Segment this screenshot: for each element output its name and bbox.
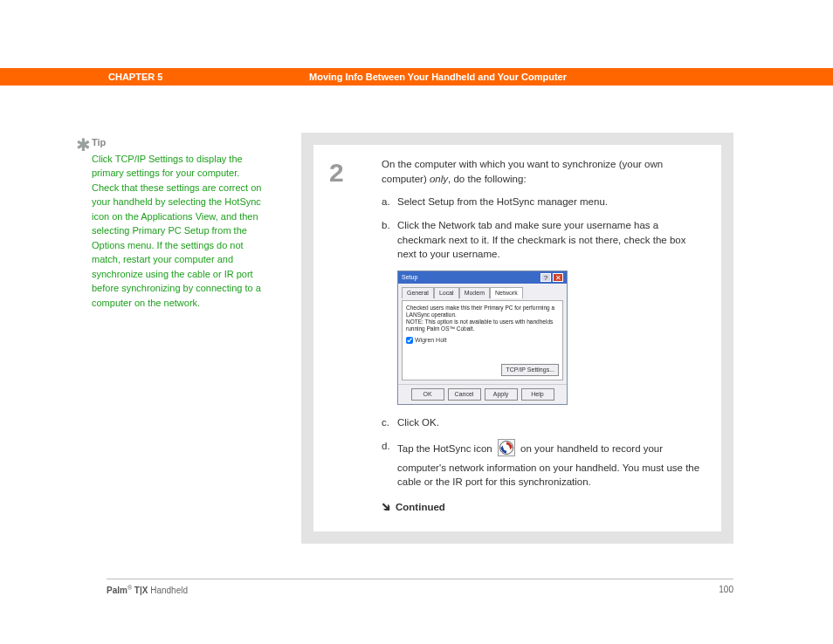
continued-arrow-icon: ➔ bbox=[377, 497, 397, 517]
dialog-tabs: General Local Modem Network bbox=[402, 287, 563, 298]
substep-b-label: b. bbox=[382, 218, 397, 262]
substep-d-text: Tap the HotSync icon on your handheld to… bbox=[397, 439, 706, 490]
brand-handheld: Handheld bbox=[148, 586, 188, 595]
username-row[interactable]: Wigren Holt bbox=[406, 336, 559, 345]
tip-body: Click TCP/IP Settings to display the pri… bbox=[92, 152, 266, 311]
step-intro: On the computer with which you want to s… bbox=[382, 157, 706, 186]
substep-b: b. Click the Network tab and make sure y… bbox=[382, 218, 706, 262]
page-number: 100 bbox=[719, 585, 733, 595]
tab-local[interactable]: Local bbox=[434, 287, 459, 298]
chapter-title: Moving Info Between Your Handheld and Yo… bbox=[309, 72, 567, 82]
substep-a-label: a. bbox=[382, 195, 397, 209]
chapter-header: CHAPTER 5 Moving Info Between Your Handh… bbox=[0, 68, 833, 86]
hotsync-icon bbox=[498, 439, 515, 461]
tip-label: Tip bbox=[92, 135, 266, 150]
substep-c-label: c. bbox=[382, 415, 397, 430]
tab-modem[interactable]: Modem bbox=[459, 287, 490, 298]
tab-network[interactable]: Network bbox=[490, 287, 523, 298]
continued-indicator: ➔Continued bbox=[382, 498, 706, 516]
apply-button[interactable]: Apply bbox=[485, 388, 518, 401]
substep-d: d. Tap the HotSync icon on your bbox=[382, 439, 706, 490]
d-text-a: Tap the HotSync icon bbox=[397, 444, 495, 455]
tip-star-icon: ✱ bbox=[76, 132, 91, 158]
username-text: Wigren Holt bbox=[415, 337, 447, 343]
step-body: On the computer with which you want to s… bbox=[382, 157, 706, 516]
brand-tx: T|X bbox=[132, 586, 148, 595]
username-checkbox[interactable] bbox=[406, 337, 413, 344]
instruction-panel: 2 On the computer with which you want to… bbox=[301, 133, 733, 544]
intro-only: only bbox=[430, 174, 448, 184]
ok-button[interactable]: OK bbox=[411, 388, 444, 401]
continued-text: Continued bbox=[396, 502, 445, 512]
substep-b-text: Click the Network tab and make sure your… bbox=[397, 218, 706, 262]
substep-c-text: Click OK. bbox=[397, 415, 706, 430]
dialog-help-button[interactable]: ? bbox=[540, 273, 551, 282]
tcpip-settings-button[interactable]: TCP/IP Settings... bbox=[501, 364, 559, 376]
network-note: Checked users make this their Primary PC… bbox=[406, 305, 559, 332]
dialog-title-text: Setup bbox=[402, 273, 417, 282]
cancel-button[interactable]: Cancel bbox=[448, 388, 481, 401]
tab-general[interactable]: General bbox=[402, 287, 434, 298]
dialog-titlebar: Setup ? ✕ bbox=[398, 271, 567, 284]
brand-palm: Palm bbox=[107, 586, 127, 595]
substep-d-label: d. bbox=[382, 439, 397, 490]
tip-sidebar: ✱ Tip Click TCP/IP Settings to display t… bbox=[92, 135, 266, 310]
intro-text-b: , do the following: bbox=[448, 174, 527, 184]
dialog-close-button[interactable]: ✕ bbox=[553, 273, 563, 282]
tab-panel-network: Checked users make this their Primary PC… bbox=[402, 300, 563, 380]
footer-brand: Palm® T|X Handheld bbox=[107, 585, 188, 595]
substep-a-text: Select Setup from the HotSync manager me… bbox=[397, 195, 706, 209]
chapter-label: CHAPTER 5 bbox=[108, 72, 309, 82]
substep-c: c. Click OK. bbox=[382, 415, 706, 430]
step-number: 2 bbox=[329, 154, 382, 192]
dialog-button-row: OK Cancel Apply Help bbox=[398, 384, 567, 404]
setup-dialog: Setup ? ✕ General Local Modem Network Ch… bbox=[397, 271, 568, 405]
substep-a: a. Select Setup from the HotSync manager… bbox=[382, 195, 706, 209]
help-button[interactable]: Help bbox=[521, 388, 554, 401]
page-footer: Palm® T|X Handheld 100 bbox=[107, 579, 733, 595]
